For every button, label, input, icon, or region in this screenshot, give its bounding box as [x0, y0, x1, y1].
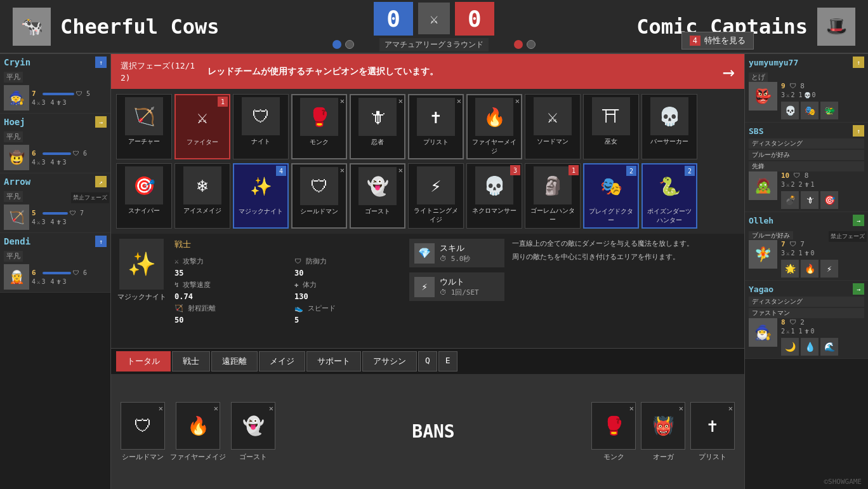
champ-ninja[interactable]: ✕ 🗡 忍者	[350, 94, 405, 159]
champ-ghost-sprite: 👻	[358, 167, 397, 205]
ban-priest-x: ✕	[728, 404, 733, 413]
champ-knight[interactable]: 🛡 ナイト	[233, 94, 289, 159]
ban-firemage-sprite: 🔥✕	[176, 402, 220, 450]
icon-tab-q[interactable]: Q	[418, 351, 437, 372]
hoej-kills: 6 🛡 6	[32, 149, 107, 157]
ban-ghost-x: ✕	[269, 404, 273, 413]
champ-ghost[interactable]: ✕ 👻 ゴースト	[350, 163, 405, 229]
ban-slot-ghost: 👻✕ ゴースト	[231, 402, 275, 462]
player-arrow-avatar: 🏹	[4, 204, 29, 230]
sbs-champs: 💣 🗡 🎯	[781, 191, 864, 209]
detail-class: 戦士	[174, 239, 402, 250]
champ-golemhunter-badge: 1	[569, 165, 579, 175]
champ-fighter-name: ファイター	[187, 138, 218, 147]
score-area: 0 ⚔ 0 アマチュアリーグ３ラウンド	[332, 2, 536, 51]
ban-firemage-x: ✕	[214, 404, 218, 413]
stat-hp-val: 130	[294, 292, 402, 301]
detail-stats: 戦士 ⚔ 攻撃力 🛡 防御力 35 30 ↯ 攻撃速度	[174, 239, 402, 343]
champ-fighter[interactable]: 1 ⚔ ファイター	[174, 94, 230, 159]
sbs-stats: 10 🛡 8	[781, 171, 864, 180]
yumyumyu-header: yumyumyu77 ↑	[749, 57, 864, 68]
sbs-champ1: 💣	[781, 191, 799, 209]
champ-firemage-x: ✕	[515, 97, 520, 105]
yagao-stats: 8 🛡 2	[781, 318, 864, 326]
champ-sniper[interactable]: 🎯 スナイパー	[116, 163, 172, 229]
phase-arrow-icon: →	[723, 60, 735, 84]
ban-slot-monk: 🥊✕ モンク	[591, 402, 636, 462]
champ-necro-sprite: 💀	[475, 166, 513, 204]
champ-plaguedoc-badge: 2	[626, 166, 636, 176]
icon-tab-e[interactable]: E	[438, 351, 457, 372]
sbs-champ3: 🎯	[820, 191, 838, 209]
ban-slot-priest: ✝✕ プリスト	[690, 402, 735, 462]
bans-title: BANS	[285, 421, 582, 442]
sbs-rank: ↑	[853, 125, 864, 137]
player-hoej-name: Hoej	[4, 117, 25, 127]
champ-lightmage[interactable]: ⚡ ライトニングメイジ	[408, 163, 464, 229]
yagao-row: 🧙‍♂️ 8 🛡 2 2⚔1 1🗡0 🌙 💧 🌊	[749, 318, 864, 356]
champ-miko[interactable]: ⛩ 巫女	[583, 94, 639, 159]
champ-firemage[interactable]: ✕ 🔥 ファイヤーメイジ	[466, 94, 522, 159]
champ-icemage[interactable]: ❄ アイスメイジ	[174, 163, 230, 229]
detail-sprite: ✨	[119, 239, 164, 290]
champ-shieldman[interactable]: ✕ 🛡 シールドマン	[291, 163, 347, 229]
right-panel: yumyumyu77 ↑ とげ 👺 9 🛡 8 3⚔2 1💀0 💀	[744, 54, 868, 489]
champ-magicknight-name: マジックナイト	[239, 207, 283, 216]
champ-sniper-name: スナイパー	[128, 206, 160, 215]
yagao-champs: 🌙 💧 🌊	[781, 338, 864, 356]
champ-priest[interactable]: ✕ ✝ プリスト	[408, 94, 464, 159]
ban-ghost-sprite: 👻✕	[231, 402, 275, 450]
champ-monk[interactable]: ✕ 🥊 モンク	[291, 94, 347, 159]
player-hoej-avatar: 🤠	[4, 145, 29, 170]
champ-archer[interactable]: 🏹 アーチャー	[116, 94, 172, 159]
champ-monk-sprite: 🥊	[300, 98, 338, 136]
tab-support[interactable]: サポート	[306, 351, 361, 372]
tab-total[interactable]: トータル	[116, 351, 171, 372]
yagao-champ2: 💧	[801, 338, 819, 356]
sbs-champ2: 🗡	[801, 191, 819, 209]
yagao-champ3: 🌊	[820, 338, 838, 356]
yagao-tag1: ディスタンシング	[749, 297, 864, 307]
tab-assassin[interactable]: アサシン	[362, 351, 417, 372]
yagao-avatar: 🧙‍♂️	[749, 318, 777, 347]
player-hoej-tag: 平凡	[4, 131, 23, 142]
champ-golemhunter[interactable]: 1 🗿 ゴーレムハンター	[525, 163, 581, 229]
olleh-champ2: 🔥	[801, 260, 819, 278]
trait-button[interactable]: 4 特性を見る	[681, 32, 754, 50]
champ-swordman[interactable]: ⚔ ソードマン	[525, 94, 581, 159]
dots-left	[332, 40, 354, 49]
player-arrow-header: Arrow ↗	[4, 176, 107, 187]
champ-plaguedoc[interactable]: 2 🎭 プレイグドクター	[583, 163, 639, 229]
champ-knight-sprite: 🛡	[242, 97, 280, 135]
champ-poisonhunter[interactable]: 2 🐍 ポイズンダーツハンター	[641, 163, 697, 229]
stat-hp-label: ✚ 体力	[294, 280, 402, 290]
stat-grid: ⚔ 攻撃力 🛡 防御力 35 30 ↯ 攻撃速度 ✚ 体力	[174, 257, 402, 325]
player-card-cryin: Cryin ↑ 平凡 🧙 7 🛡 5 4⚔3 4🗡3	[0, 54, 110, 114]
champ-icemage-name: アイスメイジ	[183, 206, 221, 215]
player-arrow-rank: ↗	[95, 176, 107, 187]
olleh-header: Olleh →	[749, 215, 864, 226]
champ-magicknight[interactable]: 4 ✨ マジックナイト	[233, 163, 289, 229]
phase-banner: 選択フェーズ(12/1 2) レッドチームが使用するチャンピオンを選択しています…	[111, 54, 744, 89]
sbs-tag1: ディスタンシング	[749, 138, 864, 149]
ban-ghost-label: ゴースト	[239, 452, 267, 462]
sbs-tag2: ブルーが好み	[749, 150, 864, 160]
player-dendi-row: 🧝 6 🛡 6 4⚔3 4🗡3	[4, 264, 107, 290]
champ-swordman-name: ソードマン	[537, 137, 569, 146]
skill-desc-area: 一直線上の全ての敵にダメージを与える魔法を放します。 周りの敵たちを中心に引き付…	[512, 239, 739, 343]
yagao-tags: ディスタンシング ファストマン	[749, 297, 864, 318]
dots-right	[514, 40, 536, 49]
ban-slot-ogre: 👹✕ オーガ	[641, 402, 685, 462]
tab-warrior[interactable]: 戦士	[172, 351, 210, 372]
trait-number: 4	[690, 36, 700, 46]
tab-ranged[interactable]: 遠距離	[211, 351, 258, 372]
player-cryin-avatar: 🧙	[4, 85, 29, 111]
champ-necro[interactable]: 3 💀 ネクロマンサー	[466, 163, 522, 229]
player-cryin-header: Cryin ↑	[4, 57, 107, 68]
champ-archer-name: アーチャー	[128, 137, 160, 146]
tab-mage[interactable]: メイジ	[259, 351, 305, 372]
champ-berserker[interactable]: 💀 バーサーカー	[641, 94, 697, 159]
player-hoej-header: Hoej →	[4, 116, 107, 128]
champ-fighter-badge: 1	[218, 97, 228, 107]
olleh-info: 7 🛡 7 3⚔2 1🗡0 🌟 🔥 ⚡	[781, 240, 864, 278]
